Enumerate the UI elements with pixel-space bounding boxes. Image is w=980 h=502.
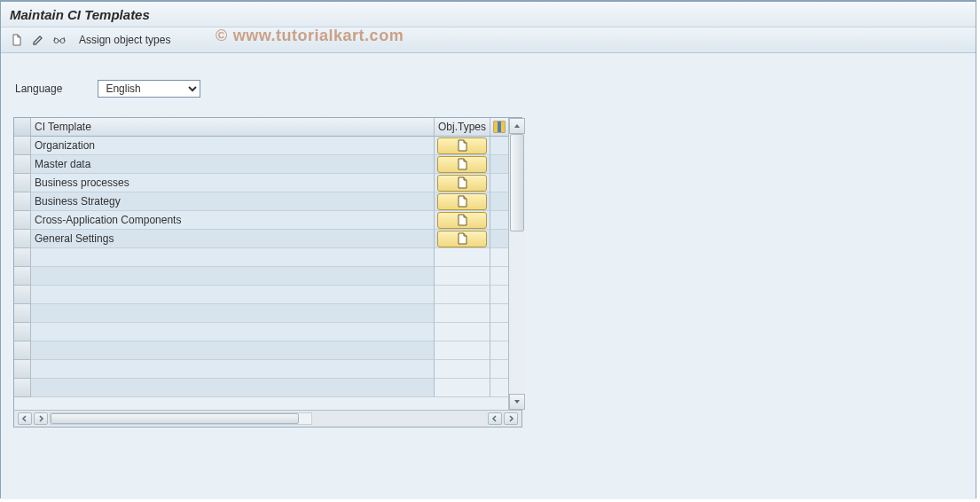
row-selector[interactable] xyxy=(14,286,31,304)
row-trailing-cell xyxy=(490,211,508,230)
select-all-cell[interactable] xyxy=(14,118,31,137)
vertical-scrollbar[interactable] xyxy=(508,118,525,410)
hscroll-left-icon[interactable] xyxy=(18,412,32,425)
obj-types-cell xyxy=(435,137,490,155)
row-trailing-cell xyxy=(490,230,508,248)
new-document-icon[interactable] xyxy=(8,31,26,49)
scroll-thumb[interactable] xyxy=(510,134,524,231)
table-settings-icon[interactable] xyxy=(490,118,508,137)
obj-types-cell xyxy=(435,360,490,379)
col-header-objtypes[interactable]: Obj.Types xyxy=(435,118,490,137)
row-selector[interactable] xyxy=(14,211,31,230)
row-trailing-cell xyxy=(490,192,508,211)
row-selector[interactable] xyxy=(14,137,31,155)
row-selector[interactable] xyxy=(14,248,31,267)
ci-template-cell xyxy=(31,379,435,397)
obj-types-cell xyxy=(435,174,490,192)
scroll-down-icon[interactable] xyxy=(509,394,525,410)
row-trailing-cell xyxy=(490,137,508,155)
hscroll-right2-icon[interactable] xyxy=(504,412,518,425)
ci-template-cell xyxy=(31,304,435,323)
obj-types-button[interactable] xyxy=(437,175,487,192)
obj-types-cell xyxy=(435,230,490,248)
obj-types-cell xyxy=(435,341,490,360)
ci-template-cell xyxy=(31,341,435,360)
edit-pencil-icon[interactable] xyxy=(29,31,47,49)
language-label: Language xyxy=(15,82,62,95)
ci-template-cell xyxy=(31,248,435,267)
obj-types-cell xyxy=(435,155,490,174)
table-header-row: CI Template Obj.Types xyxy=(14,118,508,137)
table-row xyxy=(14,379,508,397)
table-row: Cross-Application Components xyxy=(14,211,508,230)
table-row xyxy=(14,323,508,341)
ci-template-cell[interactable]: Business Strategy xyxy=(31,192,435,211)
scroll-up-icon[interactable] xyxy=(509,118,525,134)
ci-template-cell xyxy=(31,267,435,286)
row-trailing-cell xyxy=(490,267,508,286)
obj-types-cell xyxy=(435,192,490,211)
table-row: Business Strategy xyxy=(14,192,508,211)
table-row xyxy=(14,267,508,286)
hscroll-thumb[interactable] xyxy=(51,413,299,424)
ci-template-table: CI Template Obj.Types Organization xyxy=(13,117,522,427)
ci-template-cell xyxy=(31,360,435,379)
svg-rect-4 xyxy=(498,122,501,132)
obj-types-button[interactable] xyxy=(437,212,487,229)
obj-types-button[interactable] xyxy=(437,193,487,210)
row-trailing-cell xyxy=(490,323,508,341)
document-icon xyxy=(457,195,468,208)
hscroll-right-icon[interactable] xyxy=(34,412,48,425)
obj-types-cell xyxy=(435,267,490,286)
obj-types-button[interactable] xyxy=(437,231,487,247)
obj-types-button[interactable] xyxy=(437,156,487,173)
table-row: Master data xyxy=(14,155,508,174)
document-icon xyxy=(457,139,468,152)
row-selector[interactable] xyxy=(14,192,31,211)
ci-template-cell[interactable]: Business processes xyxy=(31,174,435,192)
obj-types-cell xyxy=(435,304,490,323)
row-selector[interactable] xyxy=(14,174,31,192)
table-row: Organization xyxy=(14,137,508,155)
row-selector[interactable] xyxy=(14,360,31,379)
document-icon xyxy=(457,158,468,170)
row-selector[interactable] xyxy=(14,341,31,360)
obj-types-cell xyxy=(435,211,490,230)
row-selector[interactable] xyxy=(14,230,31,248)
obj-types-cell xyxy=(435,379,490,397)
row-trailing-cell xyxy=(490,155,508,174)
hscroll-left2-icon[interactable] xyxy=(488,412,502,425)
row-selector[interactable] xyxy=(14,379,31,397)
table-row xyxy=(14,360,508,379)
row-trailing-cell xyxy=(490,341,508,360)
ci-template-cell[interactable]: Cross-Application Components xyxy=(31,211,435,230)
row-selector[interactable] xyxy=(14,267,31,286)
svg-rect-3 xyxy=(494,122,498,132)
table-row xyxy=(14,341,508,360)
row-selector[interactable] xyxy=(14,155,31,174)
ci-template-cell xyxy=(31,286,435,304)
page-title: Maintain CI Templates xyxy=(10,7,150,22)
table-row xyxy=(14,248,508,267)
glasses-display-icon[interactable] xyxy=(51,31,68,49)
row-selector[interactable] xyxy=(14,304,31,323)
row-selector[interactable] xyxy=(14,323,31,341)
language-select[interactable]: English xyxy=(98,80,200,98)
assign-object-types-button[interactable]: Assign object types xyxy=(72,31,177,49)
row-trailing-cell xyxy=(490,248,508,267)
table-row: General Settings xyxy=(14,230,508,248)
svg-rect-5 xyxy=(501,122,505,132)
obj-types-button[interactable] xyxy=(437,137,487,154)
obj-types-cell xyxy=(435,323,490,341)
ci-template-cell[interactable]: General Settings xyxy=(31,230,435,248)
col-header-template[interactable]: CI Template xyxy=(31,118,435,137)
table-row: Business processes xyxy=(14,174,508,192)
table-row xyxy=(14,286,508,304)
document-icon xyxy=(457,176,468,189)
row-trailing-cell xyxy=(490,379,508,397)
horizontal-scrollbar[interactable] xyxy=(14,410,521,427)
ci-template-cell[interactable]: Master data xyxy=(31,155,435,174)
ci-template-cell[interactable]: Organization xyxy=(31,137,435,155)
document-icon xyxy=(457,232,468,245)
row-trailing-cell xyxy=(490,360,508,379)
